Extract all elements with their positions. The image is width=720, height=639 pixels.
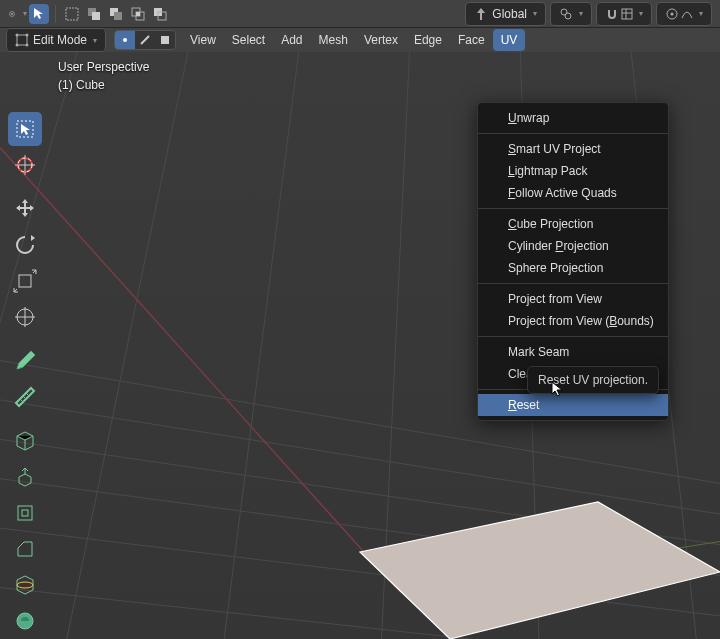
tool-extrude-region[interactable]	[8, 460, 42, 494]
svg-rect-48	[22, 510, 28, 516]
menu-edge[interactable]: Edge	[406, 29, 450, 51]
tool-loop-cut[interactable]	[8, 568, 42, 602]
menu-items-row: ViewSelectAddMeshVertexEdgeFaceUV	[182, 29, 525, 51]
svg-point-18	[671, 12, 674, 15]
edge-select-mode[interactable]	[135, 31, 155, 49]
tool-move[interactable]	[8, 192, 42, 226]
select-mode-pill	[114, 30, 176, 50]
pivot-dropdown[interactable]: ▾	[550, 2, 592, 26]
uv-project-from-view[interactable]: Project from View	[478, 288, 668, 310]
uv-reset[interactable]: Reset	[478, 394, 668, 416]
vertex-select-mode[interactable]	[115, 31, 135, 49]
3d-viewport[interactable]: User Perspective (1) Cube UnwrapSmart UV…	[0, 52, 720, 639]
tool-add-cube[interactable]	[8, 424, 42, 458]
select-overlap1-icon[interactable]	[84, 4, 104, 24]
svg-rect-19	[17, 35, 27, 45]
svg-point-20	[16, 34, 19, 37]
svg-line-25	[141, 36, 149, 44]
svg-rect-26	[161, 36, 169, 44]
menu-view[interactable]: View	[182, 29, 224, 51]
tool-rail	[8, 112, 42, 639]
select-subtract-icon[interactable]	[150, 4, 170, 24]
uv-smart-uv-project[interactable]: Smart UV Project	[478, 138, 668, 160]
svg-rect-2	[66, 8, 78, 20]
info-perspective: User Perspective	[58, 58, 149, 76]
uv-lightmap-pack[interactable]: Lightmap Pack	[478, 160, 668, 182]
select-all-icon[interactable]	[62, 4, 82, 24]
menu-select[interactable]: Select	[224, 29, 273, 51]
svg-point-23	[26, 44, 29, 47]
info-object: (1) Cube	[58, 76, 149, 94]
svg-rect-14	[622, 9, 632, 19]
menu-vertex[interactable]: Vertex	[356, 29, 406, 51]
svg-rect-47	[18, 506, 32, 520]
menu-mesh[interactable]: Mesh	[311, 29, 356, 51]
svg-rect-9	[136, 12, 140, 16]
svg-point-22	[16, 44, 19, 47]
svg-rect-45	[19, 275, 31, 287]
object-type-vis-icon[interactable]: ▾	[7, 4, 27, 24]
tooltip: Reset UV projection.	[527, 366, 659, 394]
svg-point-13	[565, 13, 571, 19]
face-select-mode[interactable]	[155, 31, 175, 49]
uv-unwrap[interactable]: Unwrap	[478, 107, 668, 129]
svg-rect-4	[92, 12, 100, 20]
svg-rect-6	[114, 12, 122, 20]
svg-point-21	[26, 34, 29, 37]
viewport-header-menu: Edit Mode▾ ViewSelectAddMeshVertexEdgeFa…	[0, 28, 720, 53]
menu-uv[interactable]: UV	[493, 29, 526, 51]
menu-add[interactable]: Add	[273, 29, 310, 51]
uv-cylinder-projection[interactable]: Cylinder Projection	[478, 235, 668, 257]
tool-knife[interactable]	[8, 604, 42, 638]
uv-sphere-projection[interactable]: Sphere Projection	[478, 257, 668, 279]
viewport-info: User Perspective (1) Cube	[58, 58, 149, 94]
tool-scale[interactable]	[8, 264, 42, 298]
transform-orientation-dropdown[interactable]: Global▾	[465, 2, 546, 26]
tool-bevel[interactable]	[8, 532, 42, 566]
mode-label: Edit Mode	[33, 33, 87, 47]
tool-select-mode-icon[interactable]	[29, 4, 49, 24]
tool-rotate[interactable]	[8, 228, 42, 262]
svg-point-1	[11, 13, 13, 15]
proportional-edit-dropdown[interactable]: ▾	[656, 2, 712, 26]
svg-point-24	[123, 38, 127, 42]
select-intersect-icon[interactable]	[128, 4, 148, 24]
tool-select-box[interactable]	[8, 112, 42, 146]
uv-cube-projection[interactable]: Cube Projection	[478, 213, 668, 235]
tool-inset-faces[interactable]	[8, 496, 42, 530]
tool-measure[interactable]	[8, 380, 42, 414]
orientation-label: Global	[492, 7, 527, 21]
select-overlap2-icon[interactable]	[106, 4, 126, 24]
mode-dropdown[interactable]: Edit Mode▾	[6, 28, 106, 52]
viewport-header-top: ▾ Global▾ ▾ ▾ ▾	[0, 0, 720, 28]
menu-face[interactable]: Face	[450, 29, 493, 51]
tool-cursor-3d[interactable]	[8, 148, 42, 182]
uv-project-from-view-bounds-[interactable]: Project from View (Bounds)	[478, 310, 668, 332]
svg-point-49	[17, 582, 33, 588]
tool-annotate[interactable]	[8, 344, 42, 378]
tool-transform[interactable]	[8, 300, 42, 334]
uv-mark-seam[interactable]: Mark Seam	[478, 341, 668, 363]
snap-dropdown[interactable]: ▾	[596, 2, 652, 26]
uv-follow-active-quads[interactable]: Follow Active Quads	[478, 182, 668, 204]
